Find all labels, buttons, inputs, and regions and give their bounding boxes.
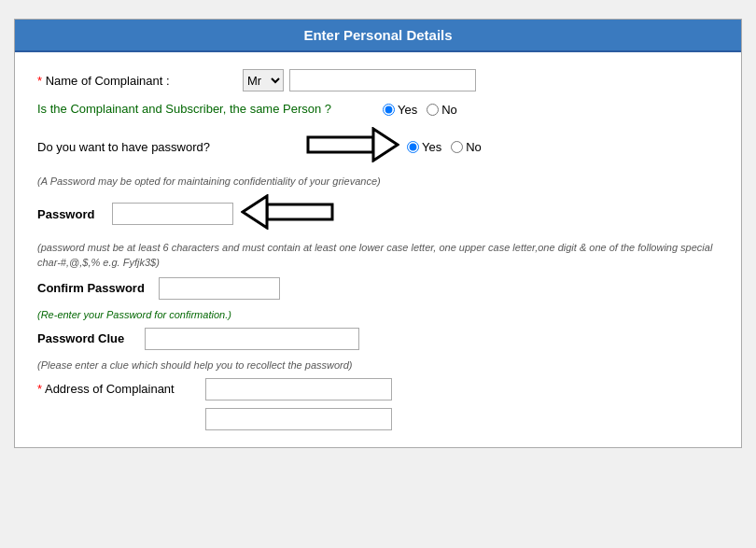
svg-marker-3 bbox=[243, 196, 267, 228]
page-header: Enter Personal Details bbox=[15, 20, 741, 52]
confirm-password-row: Confirm Password bbox=[37, 277, 719, 300]
same-person-row: Is the Complainant and Subscriber, the s… bbox=[37, 101, 719, 118]
reenter-note: (Re-enter your Password for confirmation… bbox=[37, 309, 719, 320]
address-input-2[interactable] bbox=[205, 408, 392, 430]
form-body: Name of Complainant : Mr Mrs Ms Dr Is th… bbox=[15, 52, 741, 447]
same-person-yes-label[interactable]: Yes bbox=[383, 103, 417, 117]
password-yes-radio[interactable] bbox=[407, 141, 419, 153]
clue-label: Password Clue bbox=[37, 331, 145, 345]
address-row-2 bbox=[37, 408, 719, 430]
password-question-label: Do you want to have password? bbox=[37, 140, 299, 154]
main-container: Enter Personal Details Name of Complaina… bbox=[14, 19, 742, 448]
password-no-label[interactable]: No bbox=[451, 140, 482, 154]
same-person-label: Is the Complainant and Subscriber, the s… bbox=[37, 101, 383, 118]
address-row: Address of Complainant bbox=[37, 378, 719, 400]
name-label: Name of Complainant : bbox=[37, 74, 243, 88]
page-title: Enter Personal Details bbox=[303, 27, 452, 43]
svg-rect-2 bbox=[267, 204, 332, 219]
password-radio-group: Yes No bbox=[407, 140, 482, 154]
svg-rect-0 bbox=[308, 137, 373, 152]
clue-note: (Please enter a clue which should help y… bbox=[37, 359, 719, 371]
password-field-row: Password bbox=[37, 194, 719, 233]
name-row: Name of Complainant : Mr Mrs Ms Dr bbox=[37, 69, 719, 91]
password-no-radio[interactable] bbox=[451, 141, 463, 153]
password-note: (A Password may be opted for maintaining… bbox=[37, 176, 719, 187]
confirm-password-input[interactable] bbox=[159, 277, 280, 300]
password-label: Password bbox=[37, 207, 112, 221]
confirm-password-label: Confirm Password bbox=[37, 281, 159, 295]
clue-row: Password Clue bbox=[37, 328, 719, 350]
address-label: Address of Complainant bbox=[37, 382, 205, 396]
password-question-row: Do you want to have password? Yes No bbox=[37, 127, 719, 166]
address-input-1[interactable] bbox=[205, 378, 392, 400]
same-person-radio-group: Yes No bbox=[383, 103, 457, 117]
right-arrow-icon bbox=[306, 127, 399, 166]
clue-input[interactable] bbox=[145, 328, 359, 350]
password-hint: (password must be at least 6 characters … bbox=[37, 241, 719, 270]
title-select[interactable]: Mr Mrs Ms Dr bbox=[243, 69, 284, 91]
left-arrow-icon bbox=[241, 194, 334, 233]
password-input[interactable] bbox=[112, 203, 233, 225]
same-person-no-radio[interactable] bbox=[427, 104, 439, 116]
password-yes-label[interactable]: Yes bbox=[407, 140, 441, 154]
name-input[interactable] bbox=[289, 69, 476, 91]
same-person-no-label[interactable]: No bbox=[427, 103, 457, 117]
same-person-yes-radio[interactable] bbox=[383, 104, 395, 116]
svg-marker-1 bbox=[373, 129, 398, 161]
